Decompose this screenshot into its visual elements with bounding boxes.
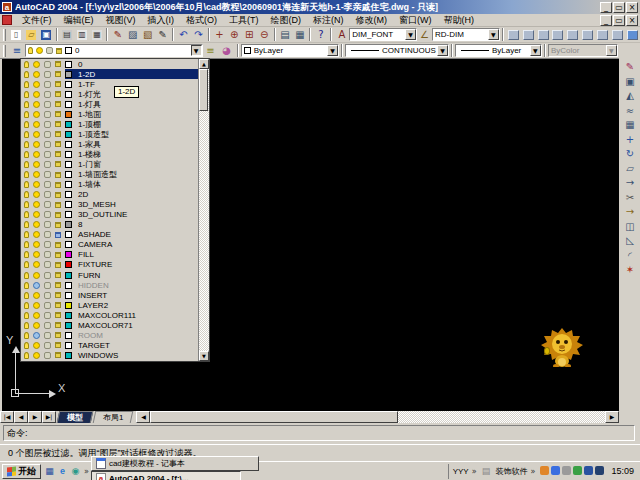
layer-row[interactable]: 1-TF	[21, 79, 198, 89]
view-back-icon[interactable]	[580, 27, 595, 42]
zoom-window-icon[interactable]: ⊞	[242, 27, 257, 42]
tab-first-icon[interactable]: |◀	[0, 411, 14, 423]
move-icon[interactable]: +	[622, 133, 638, 148]
help-icon[interactable]: ?	[313, 27, 328, 42]
copy-object-icon[interactable]: ▣	[622, 75, 638, 90]
tray-blue-icon[interactable]	[551, 466, 560, 475]
layer-row[interactable]: ASHADE	[21, 230, 198, 240]
sun-viewport-icon[interactable]	[44, 181, 51, 188]
view-bottom-icon[interactable]	[521, 27, 536, 42]
copy-icon[interactable]: ▨	[125, 27, 140, 42]
bulb-icon[interactable]	[24, 61, 29, 68]
extend-icon[interactable]: →	[622, 205, 638, 220]
layer-row[interactable]: 1-灯光	[21, 89, 198, 99]
sun-viewport-icon[interactable]	[44, 81, 51, 88]
zoom-realtime-icon[interactable]: ⊕	[227, 27, 242, 42]
layer-row[interactable]: FURN	[21, 270, 198, 280]
lock-icon[interactable]	[55, 322, 61, 328]
fillet-icon[interactable]: ◜	[622, 249, 638, 264]
trim-icon[interactable]: ✂	[622, 191, 638, 206]
layer-list-scrollbar[interactable]: ▲ ▼	[198, 59, 209, 361]
layer-row[interactable]: 1-家具	[21, 139, 198, 149]
sun-viewport-icon[interactable]	[44, 282, 51, 289]
text-style-icon[interactable]: A	[334, 27, 349, 42]
sun-viewport-icon[interactable]	[44, 251, 51, 258]
sun-viewport-icon[interactable]	[44, 211, 51, 218]
chevron-icon[interactable]: »	[472, 467, 477, 476]
sun-icon[interactable]	[33, 71, 40, 78]
bulb-icon[interactable]	[24, 81, 29, 88]
sun-viewport-icon[interactable]	[44, 111, 51, 118]
bulb-icon[interactable]	[24, 161, 29, 168]
snowflake-icon[interactable]	[33, 332, 40, 339]
taskbar-task-notepad[interactable]: cad建模教程 - 记事本	[91, 456, 259, 471]
properties-icon[interactable]: ▤	[278, 27, 293, 42]
scroll-down-icon[interactable]: ▼	[199, 351, 209, 361]
new-icon[interactable]: ▯	[9, 27, 24, 42]
redo-icon[interactable]: ↷	[191, 27, 206, 42]
sun-icon[interactable]	[33, 342, 40, 349]
layer-row[interactable]: MAXCOLOR71	[21, 320, 198, 330]
scroll-up-icon[interactable]: ▲	[199, 59, 209, 69]
internet-explorer-icon[interactable]: e	[56, 465, 69, 478]
open-icon[interactable]: ▱	[24, 27, 39, 42]
sun-viewport-icon[interactable]	[44, 171, 51, 178]
color-control-icon[interactable]: ◕	[219, 43, 235, 58]
layer-row[interactable]: FIXTURE	[21, 260, 198, 270]
sun-icon[interactable]	[33, 91, 40, 98]
lock-icon[interactable]	[55, 352, 61, 358]
linetype-combo[interactable]: CONTINUOUS▼	[345, 44, 449, 57]
erase-icon[interactable]: ✎	[622, 60, 638, 75]
lock-icon[interactable]	[55, 151, 61, 157]
tray-shield-icon[interactable]	[584, 466, 593, 475]
undo-icon[interactable]: ↶	[176, 27, 191, 42]
menu-item[interactable]: 窗口(W)	[393, 13, 438, 28]
lock-icon[interactable]	[55, 161, 61, 167]
tray-toolbar-label[interactable]: 装饰软件	[496, 466, 528, 477]
lock-icon[interactable]	[55, 272, 61, 278]
menu-item[interactable]: 视图(V)	[100, 13, 142, 28]
plot-preview-icon[interactable]: ▥	[75, 27, 90, 42]
menu-item[interactable]: 修改(M)	[350, 13, 394, 28]
bulb-icon[interactable]	[24, 211, 29, 218]
sun-icon[interactable]	[33, 251, 40, 258]
menu-item[interactable]: 帮助(H)	[438, 13, 481, 28]
bulb-icon[interactable]	[24, 241, 29, 248]
sun-viewport-icon[interactable]	[44, 221, 51, 228]
publish-icon[interactable]: ▦	[89, 27, 104, 42]
lock-icon[interactable]	[55, 292, 61, 298]
doc-close-icon[interactable]: ×	[626, 15, 638, 26]
bulb-icon[interactable]	[24, 231, 29, 238]
lock-icon[interactable]	[55, 192, 61, 198]
layer-row[interactable]: FILL	[21, 250, 198, 260]
sun-icon[interactable]	[33, 131, 40, 138]
sun-icon[interactable]	[33, 151, 40, 158]
sun-icon[interactable]	[33, 211, 40, 218]
sun-icon[interactable]	[33, 191, 40, 198]
lock-icon[interactable]	[55, 262, 61, 268]
view-front-icon[interactable]	[565, 27, 580, 42]
document-icon[interactable]	[2, 15, 12, 25]
toolbar-grip[interactable]	[3, 29, 6, 41]
bulb-icon[interactable]	[24, 191, 29, 198]
dim-style-combo[interactable]: RD-DIM▼	[432, 28, 500, 41]
view-sw-iso-icon[interactable]	[595, 27, 610, 42]
view-top-icon[interactable]	[506, 27, 521, 42]
layer-row[interactable]: LAYER2	[21, 300, 198, 310]
bulb-icon[interactable]	[24, 282, 29, 289]
lock-icon[interactable]	[55, 222, 61, 228]
sun-viewport-icon[interactable]	[44, 101, 51, 108]
tab-model[interactable]: 模型	[57, 411, 94, 423]
sun-icon[interactable]	[33, 141, 40, 148]
sun-viewport-icon[interactable]	[44, 91, 51, 98]
hscroll-left-icon[interactable]: ◀	[136, 411, 150, 423]
view-left-icon[interactable]	[536, 27, 551, 42]
layer-row[interactable]: 1-门窗	[21, 159, 198, 169]
bulb-icon[interactable]	[24, 302, 29, 309]
sun-icon[interactable]	[33, 171, 40, 178]
restore-icon[interactable]: ▭	[613, 2, 625, 13]
tab-layout[interactable]: 布局1	[93, 411, 134, 423]
layer-combo[interactable]: 0▼	[25, 44, 202, 57]
offset-icon[interactable]: ≈	[622, 104, 638, 119]
layer-row[interactable]: 1-地面	[21, 109, 198, 119]
